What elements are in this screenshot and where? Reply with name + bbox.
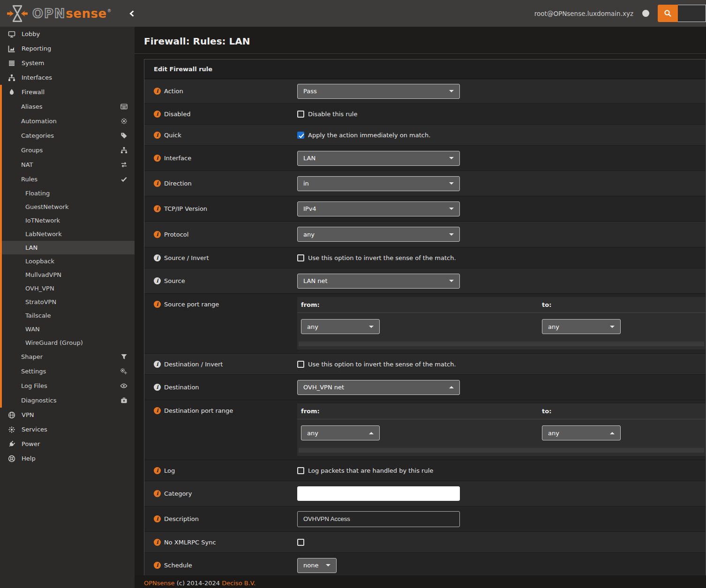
info-icon[interactable] (154, 515, 161, 522)
info-icon[interactable] (154, 180, 161, 187)
sidebar-item-interfaces[interactable]: Interfaces (0, 70, 135, 85)
sidebar-item-automation[interactable]: Automation (2, 114, 135, 128)
sidebar-item-guestnetwork[interactable]: GuestNetwork (2, 200, 135, 214)
to-column-header: to: (542, 408, 706, 415)
info-icon[interactable] (154, 539, 161, 546)
sidebar-item-help[interactable]: Help (0, 451, 135, 466)
sidebar-item-labnetwork[interactable]: LabNetwork (2, 227, 135, 241)
info-icon[interactable] (154, 88, 161, 95)
sidebar-item-label: Lobby (22, 30, 40, 37)
direction-select[interactable]: in (297, 176, 460, 191)
sidebar-item-settings[interactable]: Settings (2, 364, 135, 379)
description-input[interactable] (297, 511, 460, 527)
sidebar-item-wan[interactable]: WAN (2, 322, 135, 336)
source-select[interactable]: LAN net (297, 274, 460, 289)
info-icon[interactable] (154, 562, 161, 569)
sidebar-item-reporting[interactable]: Reporting (0, 41, 135, 56)
sidebar-item-power[interactable]: Power (0, 437, 135, 451)
sidebar-collapse-button[interactable] (128, 10, 135, 17)
sidebar-item-floating[interactable]: Floating (2, 186, 135, 200)
disabled-checkbox[interactable] (297, 111, 304, 118)
selected-value: LAN (303, 155, 315, 162)
port-range-table: from: to: any (297, 297, 706, 350)
sidebar-item-diagnostics[interactable]: Diagnostics (2, 393, 135, 408)
sidebar-item-services[interactable]: Services (0, 422, 135, 437)
selected-value: any (307, 323, 318, 330)
form-row-action: Action Pass (144, 79, 706, 104)
quick-checkbox[interactable] (297, 132, 304, 139)
info-icon[interactable] (154, 277, 161, 284)
schedule-select[interactable]: none (297, 558, 337, 573)
log-checkbox[interactable] (297, 467, 304, 474)
info-icon[interactable] (154, 361, 161, 368)
horizontal-scrollbar[interactable] (299, 448, 704, 453)
logo-text-sense: sense (66, 7, 106, 21)
sidebar-item-wireguard-group[interactable]: WireGuard (Group) (2, 336, 135, 350)
sidebar-item-firewall[interactable]: Firewall (2, 85, 135, 99)
sidebar-item-rules[interactable]: Rules (2, 172, 135, 186)
sidebar-item-system[interactable]: System (0, 56, 135, 70)
field-label: Category (164, 490, 192, 497)
footer-opnsense-link[interactable]: OPNsense (144, 580, 175, 587)
sidebar-item-mullvadvpn[interactable]: MullvadVPN (2, 268, 135, 282)
sitemap-icon (120, 147, 128, 154)
field-label: Destination (164, 384, 199, 391)
destination-select[interactable]: OVH_VPN net (297, 380, 460, 395)
source-port-from-select[interactable]: any (301, 319, 380, 334)
tcpip-version-select[interactable]: IPv4 (297, 201, 460, 216)
sidebar-item-tailscale[interactable]: Tailscale (2, 309, 135, 322)
destination-invert-checkbox[interactable] (297, 361, 304, 368)
info-icon[interactable] (154, 407, 161, 414)
sidebar-item-loopback[interactable]: Loopback (2, 254, 135, 268)
info-icon[interactable] (154, 384, 161, 391)
info-icon[interactable] (154, 301, 161, 308)
info-icon[interactable] (154, 205, 161, 212)
footer-deciso-link[interactable]: Deciso B.V. (222, 580, 255, 587)
logged-in-user[interactable]: root@OPNsense.luxdomain.xyz (534, 10, 633, 17)
opnsense-logo[interactable]: OPNsense® (0, 4, 112, 23)
search-input[interactable] (678, 5, 706, 22)
info-icon[interactable] (154, 132, 161, 139)
chevron-down-icon (449, 157, 454, 159)
sidebar-item-stratovpn[interactable]: StratoVPN (2, 295, 135, 309)
sidebar-item-nat[interactable]: NAT (2, 157, 135, 172)
checkbox-label: Apply the action immediately on match. (308, 132, 430, 139)
info-icon[interactable] (154, 111, 161, 118)
info-icon[interactable] (154, 467, 161, 474)
info-icon[interactable] (154, 254, 161, 261)
sidebar-item-categories[interactable]: Categories (2, 128, 135, 143)
sidebar-item-log-files[interactable]: Log Files (2, 379, 135, 393)
field-label: Interface (164, 155, 191, 162)
info-icon[interactable] (154, 490, 161, 497)
action-select[interactable]: Pass (297, 84, 460, 99)
no-xmlrpc-checkbox[interactable] (297, 539, 304, 546)
sidebar-item-aliases[interactable]: Aliases (2, 99, 135, 114)
sidebar-item-ovh-vpn[interactable]: OVH_VPN (2, 282, 135, 295)
destination-port-to-select[interactable]: any (542, 425, 621, 440)
category-input[interactable] (297, 486, 460, 501)
source-invert-checkbox[interactable] (297, 254, 304, 261)
sidebar-item-lobby[interactable]: Lobby (0, 27, 135, 41)
sidebar-item-shaper[interactable]: Shaper (2, 350, 135, 364)
sidebar-item-groups[interactable]: Groups (2, 143, 135, 157)
field-label: Description (164, 515, 199, 522)
protocol-select[interactable]: any (297, 227, 460, 242)
interface-select[interactable]: LAN (297, 151, 460, 166)
field-label: Protocol (164, 231, 188, 238)
sidebar-item-lan[interactable]: LAN (2, 241, 135, 254)
sidebar-item-iotnetwork[interactable]: IoTNetwork (2, 214, 135, 227)
destination-port-from-select[interactable]: any (301, 425, 380, 440)
source-port-to-select[interactable]: any (542, 319, 621, 334)
form-row-schedule: Schedule none (144, 553, 706, 578)
horizontal-scrollbar[interactable] (299, 342, 704, 346)
field-label: Destination / Invert (164, 361, 223, 368)
cogs-icon (120, 368, 128, 375)
info-icon[interactable] (154, 231, 161, 238)
sidebar-item-label: MullvadVPN (25, 271, 61, 278)
sidebar-item-vpn[interactable]: VPN (0, 408, 135, 422)
info-icon[interactable] (154, 155, 161, 162)
form-row-tcpip-version: TCP/IP Version IPv4 (144, 196, 706, 222)
search-button[interactable] (658, 5, 678, 22)
page-title: Firewall: Rules: LAN (135, 27, 706, 53)
logo-text-opn: OPN (32, 6, 66, 21)
